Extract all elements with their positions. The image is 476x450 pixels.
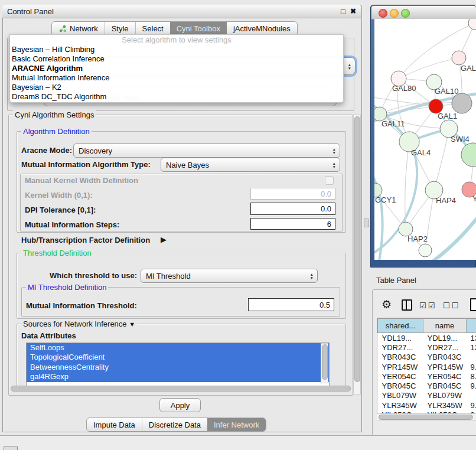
collapsed-panel-icon[interactable] (4, 446, 18, 450)
data-attribute-item[interactable]: gal4RGexp (27, 372, 329, 381)
network-node[interactable] (452, 93, 472, 113)
tab-label: Impute Data (93, 420, 135, 429)
tab-label: jActiveMNodules (233, 24, 291, 33)
close-traffic-icon[interactable] (379, 9, 387, 18)
algorithm-option[interactable]: Basic Correlation Inference (10, 54, 343, 64)
kernel-width-field[interactable]: 0.0 (250, 188, 335, 200)
sources-collapse-arrow-icon[interactable]: ▼ (129, 321, 135, 328)
tab-label: Infer Network (214, 420, 259, 429)
algorithm-option[interactable]: Bayesian – K2 (10, 83, 343, 92)
mi-type-combo[interactable]: Naive Bayes (161, 158, 340, 172)
mi-threshold-value: 0.5 (319, 301, 330, 309)
node-label: GCY1 (375, 195, 396, 204)
bottom-tabbar: Impute Data Discretize Data Infer Networ… (86, 418, 266, 432)
tab-jactivemnodules[interactable]: jActiveMNodules (227, 22, 297, 35)
minimize-traffic-icon[interactable] (390, 9, 399, 18)
algorithm-option[interactable]: Mutual Information Inference (10, 73, 343, 83)
tab-impute-data[interactable]: Impute Data (87, 418, 142, 431)
tab-label: Style (112, 24, 129, 33)
mi-threshold-field[interactable]: 0.5 (248, 298, 334, 311)
threshold-definition-title: Threshold Definition (21, 249, 93, 257)
data-attribute-item[interactable]: SelfLoops (27, 343, 329, 353)
mi-steps-field[interactable]: 6 (250, 218, 335, 230)
manual-kernel-label: Manual Kernel Width Definition (25, 176, 138, 185)
data-attributes-list[interactable]: SelfLoopsTopologicalCoefficientBetweenne… (26, 343, 330, 389)
algorithm-popup-placeholder: Select algorithm to view settings (10, 35, 343, 45)
table-panel-title: Table Panel (376, 276, 416, 285)
algorithm-option[interactable]: Dream8 DC_TDC Algorithm (10, 92, 343, 102)
dpi-tolerance-field[interactable]: 0.0 (250, 203, 335, 215)
network-canvas[interactable]: GAL7GAL80GAL10GAL1GAL11SWI4GAL4GCY1HAP4Y… (374, 19, 476, 260)
hub-definition-label[interactable]: Hub/Transcription Factor Definition (21, 236, 150, 244)
apply-button-label: Apply (171, 401, 190, 410)
select-all-checkboxes-icon[interactable]: ☑☑ (419, 301, 436, 310)
tab-network[interactable]: Network (52, 22, 105, 35)
data-attribute-item[interactable]: BetweennessCentrality (27, 363, 329, 372)
zoom-traffic-icon[interactable] (401, 9, 410, 18)
network-tab-icon (58, 25, 67, 32)
table-row[interactable]: YER054CYER054C8. (378, 371, 476, 381)
network-node[interactable] (452, 51, 466, 65)
tab-cyni-toolbox[interactable]: Cyni Toolbox (170, 22, 227, 35)
network-edge[interactable] (434, 129, 449, 190)
mi-threshold-label: Mutual Information Threshold: (26, 301, 137, 310)
panel-splitter-handle[interactable] (364, 219, 369, 227)
aracne-mode-combo[interactable]: Discovery (73, 144, 340, 158)
data-attribute-item[interactable]: TopologicalCoefficient (27, 353, 329, 362)
node-attribute-table: shared...name YDL19...YDL19...13YDR27...… (377, 318, 476, 421)
network-edge[interactable] (380, 106, 436, 114)
tab-discretize-data[interactable]: Discretize Data (142, 418, 207, 431)
table-column-header[interactable]: shared... (378, 319, 423, 333)
table-settings-gear-icon[interactable]: ⚙ (382, 298, 392, 311)
table-row[interactable]: YBL079WYBL079W (378, 391, 476, 400)
network-node[interactable] (468, 19, 476, 30)
close-panel-icon[interactable]: ✖ (350, 7, 356, 15)
kernel-width-value: 0.0 (321, 190, 331, 198)
table-row[interactable]: YDR27...YDR27...12 (378, 343, 476, 352)
node-label: GAL80 (392, 84, 416, 93)
tab-label: Discretize Data (149, 420, 201, 429)
table-row[interactable]: YPR145WYPR145W9. (378, 362, 476, 371)
table-row[interactable]: YLR345WYLR345W9. (378, 400, 476, 410)
bottom-strip (0, 435, 476, 450)
control-panel-titlebar[interactable] (2, 5, 361, 18)
application-root: Control Panel □ ✖ Network Style Select C… (0, 0, 476, 450)
algorithm-option[interactable]: Bayesian – Hill Climbing (10, 45, 343, 54)
table-column-header[interactable] (467, 319, 476, 333)
attributes-vscrollbar-thumb[interactable] (322, 344, 328, 380)
aracne-mode-label: Aracne Mode: (21, 146, 72, 155)
data-attributes-label: Data Attributes (21, 331, 76, 340)
settings-hscrollbar-thumb[interactable] (11, 386, 351, 392)
node-label: GAL1 (438, 112, 457, 120)
algorithm-dropdown-popup: Select algorithm to view settings Bayesi… (9, 34, 344, 103)
table-header-row: shared...name (378, 319, 476, 333)
kernel-width-label: Kernel Width (0,1): (25, 191, 93, 200)
algorithm-option[interactable]: ARACNE Algorithm (10, 64, 343, 73)
node-label: GAL4 (411, 148, 431, 157)
hub-expand-arrow-icon[interactable]: ▶ (161, 235, 167, 244)
tab-style[interactable]: Style (105, 22, 135, 35)
which-threshold-combo[interactable]: MI Threshold (141, 269, 318, 283)
table-hscrollbar-thumb[interactable] (379, 415, 473, 420)
apply-button[interactable]: Apply (159, 398, 201, 412)
network-node[interactable] (419, 244, 432, 257)
table-row[interactable]: YBR043CYBR043C (378, 353, 476, 362)
network-edge[interactable] (430, 215, 476, 260)
settings-vscrollbar-thumb[interactable] (354, 116, 360, 382)
tab-infer-network[interactable]: Infer Network (207, 418, 266, 431)
manual-kernel-checkbox[interactable] (325, 176, 334, 185)
sources-group-title[interactable]: Sources for Network Inference ▼ (21, 319, 137, 328)
table-row[interactable]: YDL19...YDL19...13 (378, 333, 476, 343)
tab-select[interactable]: Select (135, 22, 170, 35)
which-threshold-label: Which threshold to use: (50, 271, 137, 280)
float-window-icon[interactable]: □ (341, 7, 345, 16)
column-browse-icon[interactable] (402, 299, 412, 311)
table-row[interactable]: YBR045CYBR045C9. (378, 381, 476, 390)
deselect-all-checkboxes-icon[interactable]: ☐☐ (443, 301, 460, 310)
table-column-header[interactable]: name (423, 319, 467, 333)
control-panel-title: Control Panel (7, 7, 54, 16)
node-label: GAL10 (435, 87, 458, 96)
node-label: HAP2 (407, 234, 428, 243)
function-builder-icon[interactable] (470, 298, 476, 311)
network-node[interactable] (461, 143, 476, 167)
